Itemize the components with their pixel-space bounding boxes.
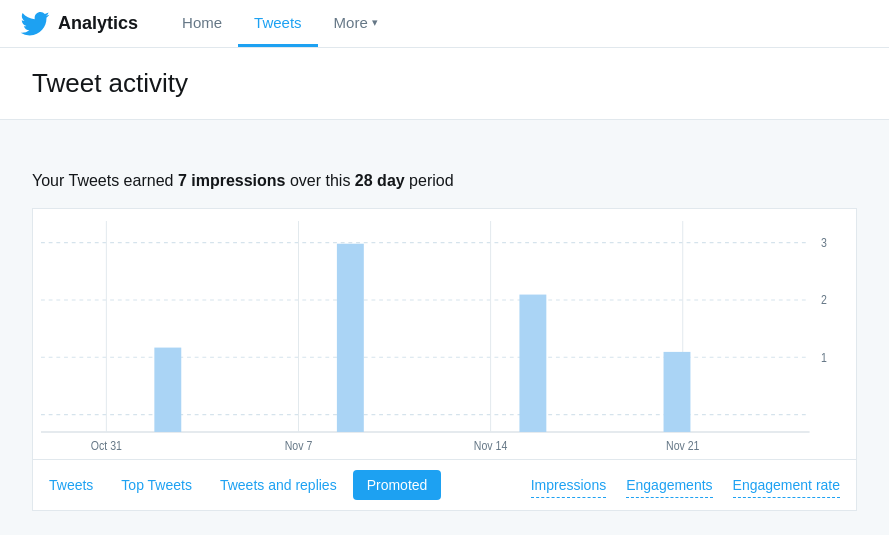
page-title: Tweet activity xyxy=(32,68,857,99)
chart-svg: 3 2 1 Oct 31 Nov 7 Nov 14 Nov 21 xyxy=(41,221,848,459)
nav-brand: Analytics xyxy=(20,12,138,36)
svg-text:Oct 31: Oct 31 xyxy=(91,440,122,453)
twitter-logo-icon xyxy=(20,12,50,36)
nav-link-home[interactable]: Home xyxy=(166,0,238,47)
summary-impressions: 7 impressions xyxy=(178,172,286,189)
nav-links: Home Tweets More ▾ xyxy=(166,0,394,47)
summary-prefix: Your Tweets earned xyxy=(32,172,178,189)
bar-1 xyxy=(154,348,181,432)
metric-impressions[interactable]: Impressions xyxy=(531,473,606,498)
tab-promoted-button[interactable]: Promoted xyxy=(353,470,442,500)
nav-bar: Analytics Home Tweets More ▾ xyxy=(0,0,889,48)
summary-days: 28 day xyxy=(355,172,405,189)
more-label: More xyxy=(334,14,368,31)
svg-text:2: 2 xyxy=(821,294,827,307)
svg-text:1: 1 xyxy=(821,351,827,364)
bar-3 xyxy=(519,295,546,432)
tab-tweets-replies[interactable]: Tweets and replies xyxy=(208,471,349,499)
bar-4 xyxy=(664,352,691,432)
tab-top-tweets[interactable]: Top Tweets xyxy=(109,471,204,499)
metric-engagements[interactable]: Engagements xyxy=(626,473,712,498)
svg-text:Nov 7: Nov 7 xyxy=(285,440,313,453)
nav-link-tweets[interactable]: Tweets xyxy=(238,0,318,47)
impressions-summary: Your Tweets earned 7 impressions over th… xyxy=(32,172,857,190)
summary-suffix: period xyxy=(405,172,454,189)
brand-label: Analytics xyxy=(58,13,138,34)
bar-2 xyxy=(337,244,364,432)
chart-area: 3 2 1 Oct 31 Nov 7 Nov 14 Nov 21 xyxy=(33,209,856,459)
tabs-bar: Tweets Top Tweets Tweets and replies Pro… xyxy=(33,459,856,510)
metric-tabs: Impressions Engagements Engagement rate xyxy=(531,473,840,498)
svg-text:Nov 14: Nov 14 xyxy=(474,440,507,453)
nav-link-more[interactable]: More ▾ xyxy=(318,0,394,47)
chevron-down-icon: ▾ xyxy=(372,16,378,29)
svg-text:3: 3 xyxy=(821,236,827,249)
summary-middle: over this xyxy=(286,172,355,189)
svg-text:Nov 21: Nov 21 xyxy=(666,440,699,453)
tab-tweets[interactable]: Tweets xyxy=(49,471,105,499)
metric-engagement-rate[interactable]: Engagement rate xyxy=(733,473,840,498)
